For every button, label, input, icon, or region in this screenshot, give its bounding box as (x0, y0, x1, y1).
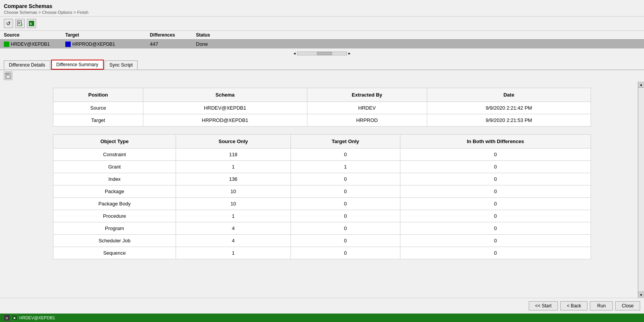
main-content: Position Schema Extracted By Date Source… (0, 82, 644, 298)
export-icon (17, 20, 23, 27)
save-button[interactable] (4, 72, 12, 80)
target-cell: HRPROD@XEPDB1 (65, 42, 150, 47)
target-col-header: Target (65, 32, 150, 38)
source-only-cell: 136 (176, 173, 290, 185)
diff-table: Object Type Source Only Target Only In B… (53, 134, 591, 259)
extracted-by-target: HRPROD (307, 114, 427, 127)
scroll-track (638, 88, 644, 292)
in-both-cell: 0 (400, 185, 591, 198)
svg-rect-10 (6, 73, 9, 75)
source-only-cell: 1 (176, 161, 290, 173)
status-connection: HRDEV@XEPDB1 (19, 315, 55, 320)
status-value: Done (196, 41, 234, 47)
object-type-cell: Grant (53, 161, 176, 173)
start-button[interactable]: << Start (529, 301, 558, 310)
horizontal-scroll-area: ◄ ► (0, 48, 644, 57)
refresh-button[interactable]: ↺ (4, 19, 13, 28)
date-col-header: Date (427, 88, 591, 102)
tabs-container: Difference Details Difference Summary Sy… (0, 57, 644, 70)
object-type-cell: Package Body (53, 198, 176, 210)
run-button[interactable]: Run (590, 301, 613, 310)
table-row: Constraint 118 0 0 (53, 148, 591, 161)
in-both-cell: 0 (400, 148, 591, 161)
status-bar: ▦ ■ HRDEV@XEPDB1 (0, 314, 644, 322)
source-only-cell: 118 (176, 148, 290, 161)
schema-data-row[interactable]: HRDEV@XEPDB1 HRPROD@XEPDB1 447 Done (0, 40, 644, 48)
tab-difference-summary[interactable]: Difference Summary (51, 60, 104, 70)
target-only-cell: 0 (291, 235, 400, 247)
position-col-header: Position (53, 88, 143, 102)
in-both-cell: 0 (400, 235, 591, 247)
scroll-thumb[interactable] (297, 52, 347, 55)
vertical-scrollbar[interactable]: ▲ ▼ (638, 82, 644, 298)
target-only-col-header: Target Only (291, 135, 400, 148)
target-only-cell: 0 (291, 222, 400, 235)
save-icon (5, 73, 11, 79)
excel-icon: X (28, 20, 35, 27)
differences-col-header: Differences (150, 32, 196, 38)
object-type-cell: Procedure (53, 210, 176, 222)
target-only-cell: 1 (291, 161, 400, 173)
date-source: 9/9/2020 2:21:42 PM (427, 102, 591, 114)
source-only-cell: 4 (176, 235, 290, 247)
position-target: Target (53, 114, 143, 127)
in-both-cell: 0 (400, 247, 591, 259)
source-only-cell: 1 (176, 247, 290, 259)
tab-sync-script[interactable]: Sync Script (105, 60, 138, 70)
scroll-right-arrow[interactable]: ► (348, 52, 351, 55)
target-only-cell: 0 (291, 148, 400, 161)
schema-source: HRDEV@XEPDB1 (143, 102, 307, 114)
source-only-cell: 10 (176, 198, 290, 210)
position-source: Source (53, 102, 143, 114)
scroll-down-arrow[interactable]: ▼ (638, 292, 644, 298)
sub-toolbar (0, 70, 644, 82)
table-row: Index 136 0 0 (53, 173, 591, 185)
table-row: Program 4 0 0 (53, 222, 591, 235)
target-only-cell: 0 (291, 247, 400, 259)
status-icon-1: ▦ (4, 315, 10, 321)
table-row: Sequence 1 0 0 (53, 247, 591, 259)
object-type-cell: Index (53, 173, 176, 185)
svg-rect-12 (7, 76, 9, 78)
tab-difference-details[interactable]: Difference Details (4, 60, 50, 70)
object-type-col-header: Object Type (53, 135, 176, 148)
footer-buttons: << Start < Back Run Close (0, 298, 644, 314)
object-type-cell: Constraint (53, 148, 176, 161)
in-both-cell: 0 (400, 173, 591, 185)
export-button[interactable] (15, 19, 25, 28)
source-col-header: Source (4, 32, 65, 38)
object-type-cell: Program (53, 222, 176, 235)
in-both-col-header: In Both with Differences (400, 135, 591, 148)
breadcrumb: Choose Schemas > Choose Options > Finish (4, 10, 640, 15)
object-type-cell: Package (53, 185, 176, 198)
table-row: Scheduler Job 4 0 0 (53, 235, 591, 247)
table-row: Package Body 10 0 0 (53, 198, 591, 210)
object-type-cell: Scheduler Job (53, 235, 176, 247)
source-only-col-header: Source Only (176, 135, 290, 148)
table-row: Package 10 0 0 (53, 185, 591, 198)
object-type-cell: Sequence (53, 247, 176, 259)
target-only-cell: 0 (291, 210, 400, 222)
table-row: Source HRDEV@XEPDB1 HRDEV 9/9/2020 2:21:… (53, 102, 591, 114)
in-both-cell: 0 (400, 198, 591, 210)
scroll-up-arrow[interactable]: ▲ (638, 82, 644, 88)
schema-target: HRPROD@XEPDB1 (143, 114, 307, 127)
target-value: HRPROD@XEPDB1 (72, 42, 115, 47)
scroll-left-arrow[interactable]: ◄ (293, 52, 296, 55)
differences-value: 447 (150, 41, 196, 47)
in-both-cell: 0 (400, 161, 591, 173)
content-scroll-area[interactable]: Position Schema Extracted By Date Source… (0, 82, 644, 298)
source-only-cell: 10 (176, 185, 290, 198)
source-only-cell: 4 (176, 222, 290, 235)
schema-col-header: Schema (143, 88, 307, 102)
status-icon-2: ■ (12, 315, 18, 321)
date-target: 9/9/2020 2:21:53 PM (427, 114, 591, 127)
table-row: Target HRPROD@XEPDB1 HRPROD 9/9/2020 2:2… (53, 114, 591, 127)
back-button[interactable]: < Back (560, 301, 588, 310)
status-col-header: Status (196, 32, 234, 38)
grid-export-button[interactable]: X (27, 19, 36, 28)
close-button[interactable]: Close (615, 301, 640, 310)
main-toolbar: ↺ X (0, 17, 644, 31)
target-indicator (65, 42, 71, 47)
in-both-cell: 0 (400, 210, 591, 222)
